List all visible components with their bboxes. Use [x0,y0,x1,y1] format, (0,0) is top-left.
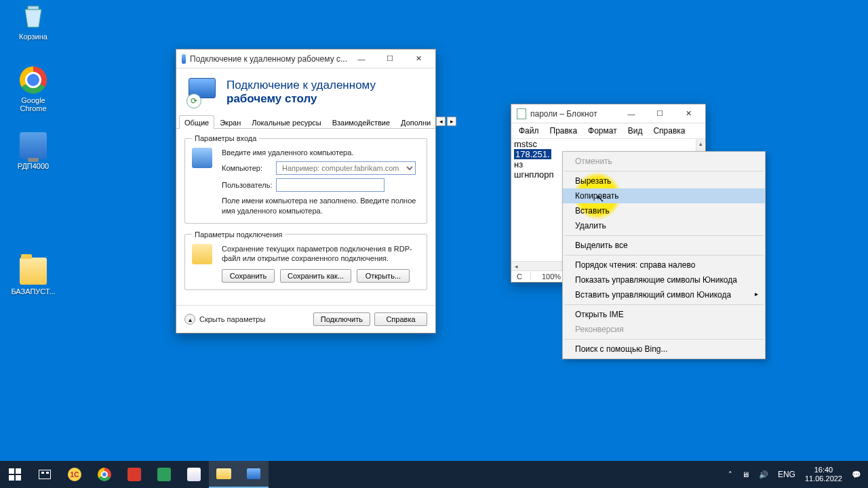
tabs-scroll-left[interactable]: ◂ [436,117,446,126]
notepad-titlebar[interactable]: пароли – Блокнот — ☐ ✕ [511,104,705,123]
notepad-menubar: Файл Правка Формат Вид Справка [511,123,705,139]
taskbar-app-explorer[interactable] [209,461,239,488]
status-zoom: 100% [542,272,561,281]
svg-rect-4 [16,475,21,481]
menu-view[interactable]: Вид [623,125,648,137]
app-icon [157,468,171,481]
ctx-delete[interactable]: Удалить [563,218,765,233]
taskbar-app-2[interactable] [119,461,149,488]
desktop-icon-recycle[interactable]: Корзина [9,3,57,41]
taskbar-app-4[interactable] [179,461,209,488]
taskview-button[interactable] [30,461,60,488]
windows-logo-icon [9,468,21,481]
maximize-button[interactable]: ☐ [376,50,404,68]
menu-edit[interactable]: Правка [545,125,583,137]
tab-general[interactable]: Общие [179,115,214,129]
scroll-up-icon[interactable]: ▴ [696,139,705,148]
minimize-button[interactable]: — [347,50,376,68]
desktop-icon-label: РДП4000 [9,162,57,170]
ctx-cut[interactable]: Вырезать [563,174,765,188]
ctx-open-ime[interactable]: Открыть IME [563,307,765,322]
logon-hint: Введите имя удаленного компьютера. [222,148,420,158]
ctx-select-all[interactable]: Выделить все [563,238,765,253]
notepad-icon [517,108,526,119]
recycle-bin-icon [20,3,47,30]
menu-format[interactable]: Формат [583,125,622,137]
ctx-show-unicode[interactable]: Показать управляющие символы Юникода [563,272,765,287]
computer-empty-hint: Поле имени компьютера не заполнено. Введ… [222,196,420,216]
desktop-icon-label: Корзина [9,33,57,41]
user-field[interactable] [276,178,384,192]
taskbar-app-3[interactable] [149,461,179,488]
ctx-paste[interactable]: Вставить [563,203,765,218]
tray-expand[interactable]: ˄ [724,461,736,488]
taskview-icon [39,470,51,479]
save-button[interactable]: Сохранить [222,269,275,283]
tray-clock: 16:40 11.06.2022 [801,461,846,488]
mstsc-tabs: Общие Экран Локальные ресурсы Взаимодейс… [176,115,435,129]
mstsc-window: Подключение к удаленному рабочему с... —… [176,49,436,333]
menu-file[interactable]: Файл [514,125,544,137]
menu-help[interactable]: Справка [648,125,690,137]
connection-settings-legend: Параметры подключения [192,230,285,239]
save-as-button[interactable]: Сохранить как... [280,269,351,283]
tray-volume[interactable]: 🔊 [755,461,772,488]
desktop-icon-chrome[interactable]: Google Chrome [9,66,57,113]
computer-field[interactable]: Например: computer.fabrikam.com [276,161,416,175]
folder-icon [216,468,231,479]
status-caret-label: С [517,272,522,281]
tabs-scroll-right[interactable]: ▸ [447,117,456,126]
connect-button[interactable]: Подключить [313,312,370,326]
close-button[interactable]: ✕ [404,50,433,68]
app-icon: 1C [68,468,81,481]
ctx-reconvert[interactable]: Реконверсия [563,322,765,337]
svg-rect-2 [16,468,21,474]
help-button[interactable]: Справка [374,312,427,326]
desktop-icon-label: БАЗАПУСТ... [9,287,57,296]
notification-icon: 💬 [852,470,861,479]
hide-options-label: Скрыть параметры [199,315,265,323]
tray-language[interactable]: ENG [774,461,800,488]
chevron-up-icon: ˄ [728,470,732,479]
minimize-button[interactable]: — [617,105,646,123]
tab-local-resources[interactable]: Локальные ресурсы [246,115,326,129]
tray-notifications[interactable]: 💬 [848,461,865,488]
folder-icon [192,244,212,264]
app-icon [127,468,141,481]
mstsc-titlebar[interactable]: Подключение к удаленному рабочему с... —… [176,49,435,68]
ctx-copy[interactable]: Копировать [563,188,765,203]
taskbar-app-mstsc[interactable] [239,461,269,488]
rdp-banner-icon: ⟳ [187,77,218,108]
ctx-insert-unicode[interactable]: Вставить управляющий символ Юникода [563,287,765,302]
hide-options-toggle[interactable]: ▴ Скрыть параметры [184,314,265,325]
text-line: mstsc [514,139,696,149]
tab-experience[interactable]: Взаимодействие [327,115,395,129]
svg-rect-0 [28,6,39,9]
svg-rect-1 [9,468,14,474]
taskbar-app-1[interactable]: 1C [60,461,90,488]
chrome-icon [20,66,47,94]
rdp-icon [247,468,260,479]
tab-advanced[interactable]: Дополни [395,115,436,129]
start-button[interactable] [0,461,30,488]
desktop-icon-folder[interactable]: БАЗАПУСТ... [9,258,57,296]
logon-settings-legend: Параметры входа [192,134,259,142]
user-label: Пользователь: [222,181,272,189]
selected-text: 178.251. [514,149,551,159]
context-menu: Отменить Вырезать Копировать Вставить Уд… [562,151,766,359]
chevron-up-icon: ▴ [184,314,195,325]
ctx-undo[interactable]: Отменить [563,154,765,169]
close-button[interactable]: ✕ [674,105,703,123]
computer-label: Компьютер: [222,164,272,172]
ctx-rtl[interactable]: Порядок чтения: справа налево [563,258,765,272]
open-button[interactable]: Открыть... [357,269,410,283]
tray-network[interactable]: 🖥 [738,461,753,488]
mstsc-banner: ⟳ Подключение к удаленномурабочему столу [176,68,435,115]
tab-display[interactable]: Экран [214,115,246,129]
desktop-icon-rdp4000[interactable]: РДП4000 [9,132,57,170]
ctx-bing-search[interactable]: Поиск с помощью Bing... [563,342,765,357]
svg-rect-3 [9,475,14,481]
taskbar-app-chrome[interactable] [90,461,119,488]
scroll-left-icon[interactable]: ◂ [511,262,521,270]
maximize-button[interactable]: ☐ [646,105,674,123]
